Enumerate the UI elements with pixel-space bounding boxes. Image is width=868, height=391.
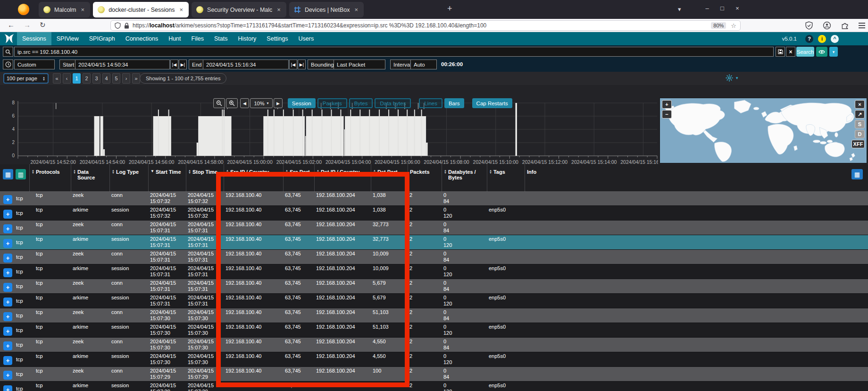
search-button[interactable]: Search: [796, 47, 814, 57]
tab-close-icon[interactable]: ×: [178, 6, 184, 13]
nav-item-spiview[interactable]: SPIView: [51, 32, 84, 45]
table-row[interactable]: +tcptcparkimesession2024/04/1515:07:2920…: [0, 382, 868, 391]
sort-arrows-icon[interactable]: ▲▼: [188, 169, 191, 191]
clear-search-icon[interactable]: ×: [786, 47, 795, 57]
map-src-icon[interactable]: S: [855, 120, 865, 128]
chart-style-bars-button[interactable]: Bars: [444, 98, 464, 108]
table-row[interactable]: +tcptcparkimesession2024/04/1515:07:3120…: [0, 264, 868, 279]
chart-style-lines-button[interactable]: Lines: [419, 98, 442, 108]
expand-session-button[interactable]: +: [3, 239, 12, 248]
pager-page-2[interactable]: 2: [83, 73, 91, 84]
lock-icon[interactable]: [124, 23, 129, 29]
search-options-caret-icon[interactable]: ▾: [829, 47, 838, 57]
settings-caret-icon[interactable]: ▾: [736, 74, 738, 82]
table-settings-gear-icon[interactable]: [726, 74, 733, 82]
time-range-select[interactable]: Custom: [14, 60, 55, 69]
tab-close-icon[interactable]: ×: [276, 6, 282, 13]
table-row[interactable]: +tcptcpzeekconn2024/04/1515:07:322024/04…: [0, 191, 868, 206]
forward-icon[interactable]: →: [24, 21, 31, 29]
nav-item-users[interactable]: Users: [293, 32, 319, 45]
url-bar[interactable]: https://localhost/arkime/sessions?stopTi…: [110, 20, 741, 31]
sort-arrows-icon[interactable]: ▲▼: [73, 169, 76, 191]
browser-tab[interactable]: Malcolm×: [39, 2, 90, 17]
bookmark-star-icon[interactable]: ☆: [731, 22, 736, 29]
table-row[interactable]: +tcptcparkimesession2024/04/1515:07:3020…: [0, 323, 868, 338]
expand-session-button[interactable]: +: [3, 224, 12, 233]
pager-page-3[interactable]: 3: [92, 73, 100, 84]
expand-session-button[interactable]: +: [3, 195, 12, 204]
tab-close-icon[interactable]: ×: [354, 6, 359, 13]
column-header-dstIp[interactable]: ▲▼Dst IP / Country: [314, 164, 371, 191]
chart-pan-right-icon[interactable]: ▶: [274, 98, 283, 108]
map-zoom-out-icon[interactable]: −: [662, 110, 672, 119]
end-time-input[interactable]: 2024/04/15 15:16:34: [203, 60, 289, 69]
table-row[interactable]: +tcptcparkimesession2024/04/1515:07:3220…: [0, 206, 868, 221]
start-time-input[interactable]: 2024/04/15 14:50:34: [75, 60, 170, 69]
expand-session-button[interactable]: +: [3, 385, 12, 391]
column-header-tags[interactable]: ▲▼Tags: [487, 164, 525, 191]
window-minimize-icon[interactable]: –: [701, 5, 713, 12]
column-config-grid-icon[interactable]: ▦: [851, 169, 863, 179]
cap-restarts-button[interactable]: Cap Restarts: [472, 98, 512, 108]
table-row[interactable]: +tcptcpzeekconn2024/04/1515:07:312024/04…: [0, 250, 868, 264]
help-icon[interactable]: ?: [805, 35, 813, 43]
zoom-level-badge[interactable]: 80%: [711, 22, 726, 29]
pager-page-4[interactable]: 4: [102, 73, 110, 84]
map-close-icon[interactable]: ×: [855, 100, 865, 109]
start-skip-forward-icon[interactable]: ▶|: [179, 60, 187, 69]
pager-prev-button[interactable]: «: [53, 73, 61, 84]
new-tab-button[interactable]: +: [447, 4, 452, 14]
column-header-dataSource[interactable]: ▲▼Data Source: [71, 164, 109, 191]
nav-item-stats[interactable]: Stats: [209, 32, 233, 45]
column-header-databytes[interactable]: ▲▼Databytes / Bytes: [442, 164, 487, 191]
chart-zoom-pct-select[interactable]: 10%▾: [250, 98, 273, 108]
column-header-stopTime[interactable]: ▲▼Stop Time: [186, 164, 224, 191]
expand-session-button[interactable]: +: [3, 312, 12, 321]
pager-prev-button[interactable]: ‹: [63, 73, 71, 84]
permissions-shield-icon[interactable]: [115, 22, 121, 29]
expand-session-button[interactable]: +: [3, 298, 12, 306]
nav-item-hunt[interactable]: Hunt: [163, 32, 186, 45]
pager-page-5[interactable]: 5: [112, 73, 120, 84]
expand-session-button[interactable]: +: [3, 327, 12, 336]
start-skip-back-icon[interactable]: |◀: [170, 60, 178, 69]
pager-next-button[interactable]: ›: [122, 73, 130, 84]
table-row[interactable]: +tcptcparkimesession2024/04/1515:07:3120…: [0, 235, 868, 250]
map-zoom-in-icon[interactable]: +: [662, 100, 672, 109]
sort-arrows-icon[interactable]: ▲▼: [489, 169, 492, 191]
pager-next-button[interactable]: »: [132, 73, 140, 84]
nav-item-settings[interactable]: Settings: [261, 32, 293, 45]
chart-series-bytes-button[interactable]: Bytes: [349, 98, 373, 108]
save-search-icon[interactable]: [776, 47, 785, 57]
sessions-timeline-chart[interactable]: 024682024/04/15 14:52:002024/04/15 14:54…: [0, 85, 658, 164]
expand-session-button[interactable]: +: [3, 210, 12, 219]
firefox-icon[interactable]: [18, 4, 29, 15]
protections-shield-icon[interactable]: [805, 21, 813, 30]
chart-zoom-in-icon[interactable]: [226, 98, 238, 108]
table-row[interactable]: +tcptcpzeekconn2024/04/1515:07:292024/04…: [0, 367, 868, 382]
chart-series-packets-button[interactable]: Packets: [317, 98, 347, 108]
column-header-srcIp[interactable]: ▲▼Src IP / Country: [224, 164, 283, 191]
table-row[interactable]: +tcptcparkimesession2024/04/1515:07:3020…: [0, 352, 868, 367]
sort-desc-icon[interactable]: ▼: [150, 169, 154, 191]
column-header-dstPort[interactable]: ▲▼Dst Port: [371, 164, 408, 191]
world-map-panel[interactable]: +− ×↗SDXFF: [659, 98, 867, 163]
table-row[interactable]: +tcptcparkimesession2024/04/1515:07:3120…: [0, 294, 868, 308]
chart-series-data-bytes-button[interactable]: Data bytes: [375, 98, 411, 108]
column-header-protocols[interactable]: ▲▼Protocols: [29, 164, 71, 191]
browser-tab[interactable]: Devices | NetBox×: [289, 2, 364, 17]
window-maximize-icon[interactable]: □: [716, 5, 728, 12]
tab-close-icon[interactable]: ×: [80, 6, 86, 13]
map-xff-icon[interactable]: XFF: [851, 140, 865, 148]
page-size-select[interactable]: 100 per page ▲▼: [3, 73, 49, 84]
bounding-select[interactable]: Last Packet: [334, 60, 385, 69]
reload-icon[interactable]: ↻: [40, 21, 46, 29]
extensions-puzzle-icon[interactable]: [841, 21, 849, 30]
browser-tab[interactable]: docker-cluster - Sessions×: [93, 2, 189, 17]
end-skip-back-icon[interactable]: |◀: [289, 60, 297, 69]
chart-series-session-button[interactable]: Session: [288, 98, 316, 108]
expand-session-button[interactable]: +: [3, 268, 12, 277]
table-row[interactable]: +tcptcpzeekconn2024/04/1515:07:302024/04…: [0, 338, 868, 352]
info-icon[interactable]: i: [818, 35, 826, 43]
sort-arrows-icon[interactable]: ▲▼: [226, 169, 229, 191]
